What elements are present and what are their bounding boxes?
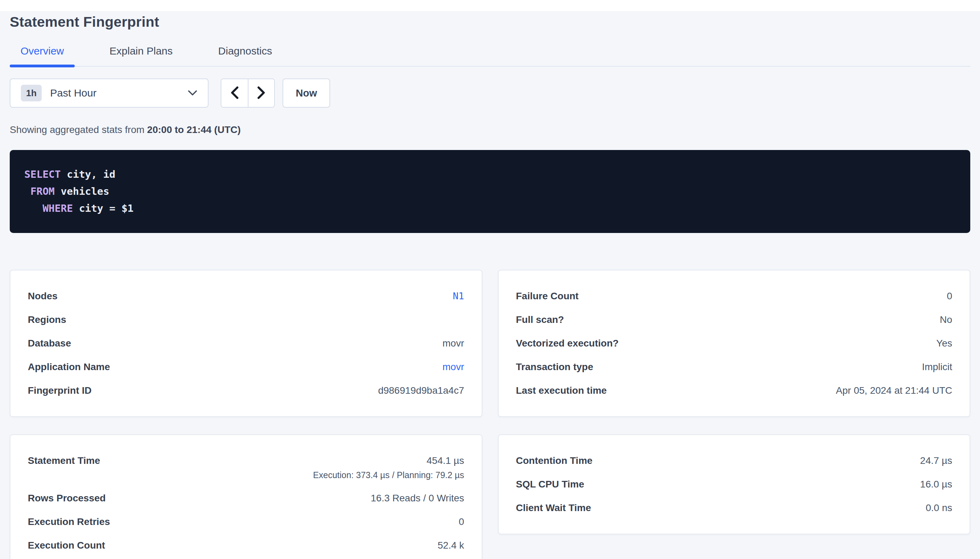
sql-keyword: SELECT	[24, 169, 61, 180]
sql-line: SELECT city, id	[24, 166, 956, 183]
stat-value-wrap: Implicit	[922, 362, 952, 372]
tab-explain-plans[interactable]: Explain Plans	[99, 45, 184, 66]
stat-label: Full scan?	[516, 314, 564, 325]
stat-value: d986919d9ba1a4c7	[378, 385, 464, 396]
stat-value-wrap: 0	[459, 517, 464, 527]
stat-row: Transaction typeImplicit	[516, 355, 953, 379]
stat-row: Fingerprint IDd986919d9ba1a4c7	[28, 379, 464, 402]
wait-time-stats-card: Contention Time24.7 µsSQL CPU Time16.0 µ…	[498, 434, 971, 534]
stat-label: Execution Count	[28, 540, 105, 551]
stat-label: Application Name	[28, 362, 110, 372]
execution-stats-card: Statement Time454.1 µsExecution: 373.4 µ…	[10, 434, 483, 559]
stat-value-wrap: d986919d9ba1a4c7	[378, 385, 464, 396]
summary-cards: NodesN1RegionsDatabasemovrApplication Na…	[10, 270, 970, 559]
stat-row: Full scan?No	[516, 308, 953, 332]
stat-value-wrap: 0	[947, 291, 952, 301]
page-content: Statement Fingerprint OverviewExplain Pl…	[0, 14, 980, 559]
stat-row: Failure Count0	[516, 284, 953, 308]
now-button[interactable]: Now	[282, 78, 330, 108]
sql-line: WHERE city = $1	[24, 200, 956, 217]
time-range-picker[interactable]: 1h Past Hour	[10, 78, 209, 108]
stat-value: 0	[459, 517, 464, 527]
stat-value: 16.3 Reads / 0 Writes	[371, 493, 464, 503]
tab-diagnostics[interactable]: Diagnostics	[207, 45, 283, 66]
aggregated-stats-caption: Showing aggregated stats from 20:00 to 2…	[10, 124, 970, 136]
stat-value-wrap: Yes	[936, 338, 952, 349]
stat-row: Execution Retries0	[28, 510, 464, 534]
stat-label: Rows Processed	[28, 493, 106, 503]
stat-label: Transaction type	[516, 362, 594, 372]
stat-value: Implicit	[922, 362, 952, 372]
time-pager	[221, 78, 275, 108]
sql-text	[24, 202, 42, 214]
stat-row: Last execution timeApr 05, 2024 at 21:44…	[516, 379, 953, 402]
stat-value: 52.4 k	[438, 540, 464, 551]
stat-row: Rows Processed16.3 Reads / 0 Writes	[28, 486, 464, 510]
stat-label: Statement Time	[28, 456, 100, 466]
stat-value: No	[940, 314, 952, 325]
stat-value-wrap: 16.0 µs	[920, 479, 952, 490]
stat-value: Yes	[936, 338, 952, 349]
stat-value: 0.0 ns	[926, 503, 952, 513]
sql-text	[24, 185, 30, 197]
stat-label: Failure Count	[516, 291, 579, 301]
stat-row: Statement Time454.1 µsExecution: 373.4 µ…	[28, 449, 464, 486]
stat-value-link[interactable]: N1	[453, 291, 464, 301]
tabbar: OverviewExplain PlansDiagnostics	[10, 45, 970, 67]
stat-label: Client Wait Time	[516, 503, 591, 513]
stat-value: 0	[947, 291, 952, 301]
tab-overview[interactable]: Overview	[10, 45, 75, 66]
stat-value-wrap: movr	[443, 362, 464, 372]
stat-label: Nodes	[28, 291, 58, 301]
stat-label: SQL CPU Time	[516, 479, 585, 490]
chevron-down-icon	[187, 90, 197, 96]
sql-keyword: WHERE	[42, 202, 73, 214]
statement-details-card: NodesN1RegionsDatabasemovrApplication Na…	[10, 270, 483, 417]
stat-value: movr	[443, 338, 464, 349]
execution-attributes-card: Failure Count0Full scan?NoVectorized exe…	[498, 270, 971, 417]
sql-keyword: FROM	[30, 185, 55, 197]
stat-row: NodesN1	[28, 284, 464, 308]
next-interval-button[interactable]	[248, 79, 274, 107]
sql-text: city, id	[61, 169, 115, 180]
stat-row: Execution Count52.4 k	[28, 534, 464, 557]
stat-value: 16.0 µs	[920, 479, 952, 490]
stat-label: Fingerprint ID	[28, 385, 92, 396]
stat-row: Client Wait Time0.0 ns	[516, 496, 953, 520]
stat-value: 454.1 µs	[313, 456, 464, 466]
time-range-label: Past Hour	[50, 87, 96, 99]
stat-value-wrap: 16.3 Reads / 0 Writes	[371, 493, 464, 503]
stat-row: Vectorized execution?Yes	[516, 332, 953, 355]
chevron-right-icon	[257, 86, 265, 100]
sql-statement-box: SELECT city, id FROM vehicles WHERE city…	[10, 150, 970, 233]
stat-value-wrap: 454.1 µsExecution: 373.4 µs / Planning: …	[313, 456, 464, 480]
chevron-left-icon	[230, 86, 239, 100]
header-strip	[0, 0, 980, 11]
stat-label: Vectorized execution?	[516, 338, 619, 349]
stat-label: Contention Time	[516, 456, 592, 466]
stat-row: Application Namemovr	[28, 355, 464, 379]
stat-value-wrap: movr	[443, 338, 464, 349]
stat-row: Contention Time24.7 µs	[516, 449, 953, 473]
stat-subvalue: Execution: 373.4 µs / Planning: 79.2 µs	[313, 470, 464, 480]
stat-label: Last execution time	[516, 385, 607, 396]
stat-label: Database	[28, 338, 71, 349]
sql-statement: SELECT city, id FROM vehicles WHERE city…	[24, 166, 956, 217]
sql-line: FROM vehicles	[24, 183, 956, 200]
stat-row: SQL CPU Time16.0 µs	[516, 473, 953, 496]
stat-value-wrap: 0.0 ns	[926, 503, 952, 513]
stat-value-wrap: No	[940, 314, 952, 325]
time-controls: 1h Past Hour	[10, 78, 970, 108]
stat-label: Regions	[28, 314, 66, 325]
caption-time-range: 20:00 to 21:44 (UTC)	[147, 124, 240, 135]
stat-row: Databasemovr	[28, 332, 464, 355]
stat-value-wrap: 24.7 µs	[920, 456, 952, 466]
caption-prefix: Showing aggregated stats from	[10, 124, 147, 135]
stat-value-wrap: 52.4 k	[438, 540, 464, 551]
statement-fingerprint-page: Statement Fingerprint OverviewExplain Pl…	[0, 0, 980, 559]
stat-value: Apr 05, 2024 at 21:44 UTC	[836, 385, 952, 396]
stat-value: 24.7 µs	[920, 456, 952, 466]
page-title: Statement Fingerprint	[10, 14, 970, 30]
stat-value-link[interactable]: movr	[443, 362, 464, 372]
previous-interval-button[interactable]	[221, 79, 248, 107]
